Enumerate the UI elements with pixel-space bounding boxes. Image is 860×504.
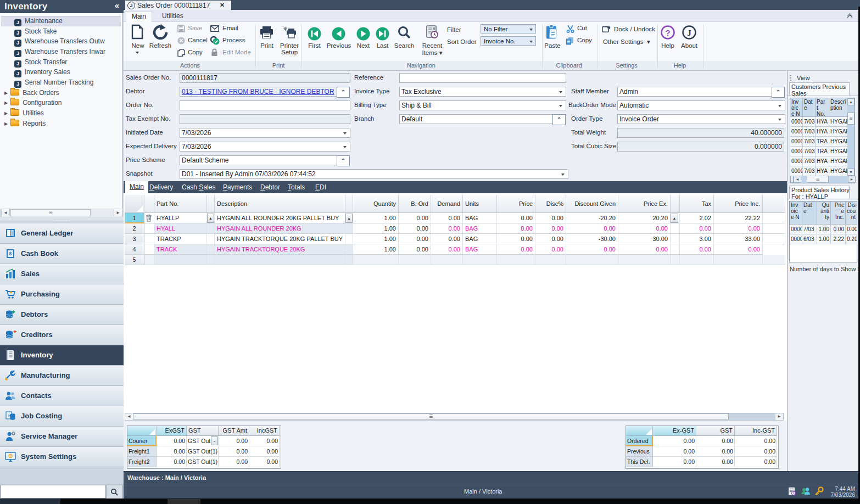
svg-text:J: J bbox=[687, 29, 691, 37]
svg-text:?: ? bbox=[665, 28, 670, 37]
svg-text:$: $ bbox=[9, 251, 12, 256]
svg-text:h: h bbox=[8, 413, 11, 418]
